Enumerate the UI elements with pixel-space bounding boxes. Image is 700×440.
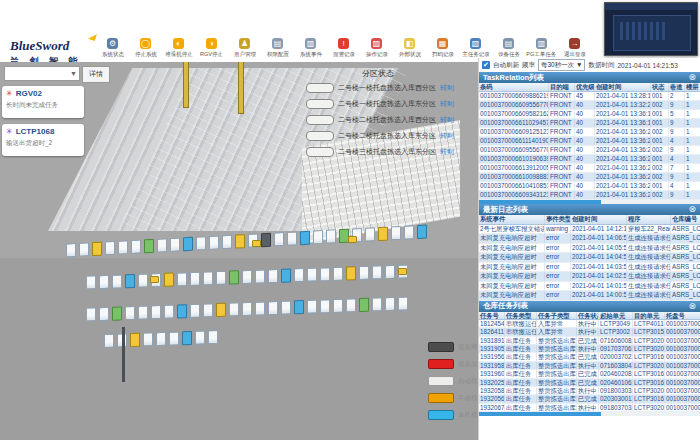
toolbar-button[interactable]: ◐堆垛机停止 <box>162 38 195 59</box>
toolbar-button[interactable]: ⚙系统状态 <box>96 38 129 59</box>
zone-checkbox[interactable] <box>306 115 334 125</box>
table-cell: 9 <box>669 146 685 154</box>
column-header[interactable]: 创建时间 <box>595 83 651 91</box>
table-row[interactable]: 00100370006609582162FRONT402021-04-01 13… <box>479 110 700 119</box>
table-row[interactable]: 00100370006609556770FRONT402021-04-01 13… <box>479 146 700 155</box>
toolbar-button[interactable]: ◧外部状况 <box>393 38 426 59</box>
table-row[interactable]: 1931958出库任务整货拣选出库执行中0716038042LCTP302000… <box>479 362 700 370</box>
table-row[interactable]: 未回复充电响应超时error2021-04-01 14:02:56生成连接请求任… <box>479 272 700 282</box>
close-icon[interactable]: ⊗ <box>688 205 696 214</box>
table-cell: 生成连接请求任务模块 <box>627 234 671 243</box>
table-cell: 7 <box>669 164 685 172</box>
detail-button[interactable]: 详情 <box>82 66 110 83</box>
table-row[interactable]: 2号七层穿梭车报文错误,无法解析长度warning2021-04-01 14:1… <box>479 225 700 235</box>
toolbar-button[interactable]: ▧主任务记录 <box>459 38 492 59</box>
column-header[interactable]: 事件类型 <box>545 215 571 224</box>
column-header[interactable]: 目的单元 <box>633 312 665 319</box>
column-header[interactable]: 任务子类型 <box>537 312 577 319</box>
column-header[interactable]: 创建时间 <box>571 215 627 224</box>
table-row[interactable]: 1931891出库任务整货拣选出库已完成0716060082LCTP302000… <box>479 337 700 345</box>
table-cell: 2021-04-01 13:36:23 <box>595 191 651 199</box>
table-row[interactable]: 1826411串联搬运任务入库异常执行中LCTP3002LCTP30150010… <box>479 328 700 336</box>
column-header[interactable]: 任务类型 <box>505 312 537 319</box>
zone-label: 二号楼二楼托盘拣选入库西分区 <box>338 115 436 125</box>
column-header[interactable]: 系统事件 <box>479 215 545 224</box>
table-row[interactable]: 00100370006610098881FRONT402021-04-01 13… <box>479 173 700 182</box>
table-row[interactable]: 1932056出库任务整货拣选出库已完成0203030011LCTP301600… <box>479 395 700 403</box>
table-row[interactable]: 未回复充电响应超时error2021-04-01 14:06:57生成连接请求任… <box>479 234 700 244</box>
table-row[interactable]: 1932058出库任务整货拣选出库执行中0918003032LCTP302000… <box>479 387 700 395</box>
toolbar-button[interactable]: !报警记录 <box>327 38 360 59</box>
table-row[interactable]: 00100370006611029457FRONT402021-04-01 13… <box>479 119 700 128</box>
toolbar-button[interactable]: ▤设备任务 <box>492 38 525 59</box>
column-header[interactable]: 条码 <box>479 83 549 91</box>
toolbar-button[interactable]: ◑RGV停止 <box>195 38 228 59</box>
alert-card[interactable]: ✳LCTP1068输送出货超时_2 <box>2 124 84 156</box>
table-row[interactable]: 1932067出库任务整货拣选出库执行中0918037032LCTP302000… <box>479 404 700 412</box>
table-row[interactable]: 00100370006609556770FRONT402021-04-01 13… <box>479 101 700 110</box>
zone-checkbox[interactable] <box>306 147 334 157</box>
table-row[interactable]: 1931905出库任务整货拣选出库执行中0917037061LCTP302000… <box>479 345 700 353</box>
toolbar-button[interactable]: ▦扫码记录 <box>426 38 459 59</box>
toolbar-button[interactable]: ▥PG工单任务 <box>525 38 558 59</box>
warehouse-3d-viewport[interactable]: ▼ 详情 ✳RGV02长时间未完成任务✳LCTP1068输送出货超时_2 分区状… <box>0 62 478 440</box>
scrollbar-thumb[interactable] <box>479 412 601 416</box>
close-icon[interactable]: ⊗ <box>688 73 696 82</box>
zone-checkbox[interactable] <box>306 99 334 109</box>
toolbar-button[interactable]: →退出登录 <box>558 38 591 59</box>
table-cell: FRONT <box>549 92 575 100</box>
zone-goto-link[interactable]: 转到 <box>440 131 454 141</box>
table-cell: 00100370006608 <box>665 328 700 335</box>
table-row[interactable]: 00100370006613912005FRONT402021-04-01 13… <box>479 164 700 173</box>
column-header[interactable]: 巷道 <box>669 83 685 91</box>
toolbar-button[interactable]: ▨操作记录 <box>360 38 393 59</box>
table-row[interactable]: 1931956出库任务整货拣选出库已完成0200037022LCTP301600… <box>479 353 700 361</box>
toolbar-button[interactable]: ◯停止系统 <box>129 38 162 59</box>
zone-goto-link[interactable]: 转到 <box>440 99 454 109</box>
table-row[interactable]: 未回复充电响应超时error2021-04-01 14:03:56生成连接请求任… <box>479 263 700 273</box>
table-row[interactable]: 未回复充电响应超时error2021-04-01 14:00:56生成连接请求任… <box>479 291 700 301</box>
zone-checkbox[interactable] <box>306 83 334 93</box>
table-cell: 2021-04-01 14:05:56 <box>571 244 627 253</box>
column-header[interactable]: 托盘号 <box>665 312 700 319</box>
table-row[interactable]: 00100370006611140190FRONT402021-04-01 13… <box>479 137 700 146</box>
zone-goto-link[interactable]: 转到 <box>440 83 454 93</box>
agv-vehicle <box>348 236 357 243</box>
close-icon[interactable]: ⊗ <box>688 302 696 311</box>
column-header[interactable]: 仓库编号 <box>671 215 700 224</box>
column-header[interactable]: 起始单元 <box>599 312 633 319</box>
table-cell: 4 <box>669 155 685 163</box>
column-header[interactable]: 优先级 <box>575 83 595 91</box>
toolbar-button[interactable]: ▤权限配置 <box>261 38 294 59</box>
column-header[interactable]: 目的端 <box>549 83 575 91</box>
table-row[interactable]: 00100370006610190639FRONT402021-04-01 13… <box>479 155 700 164</box>
scrollbar-thumb[interactable] <box>479 200 601 204</box>
minimap-preview[interactable] <box>604 2 698 56</box>
table-row[interactable]: 未回复充电响应超时error2021-04-01 14:04:56生成连接请求任… <box>479 253 700 263</box>
table-row[interactable]: 未回复充电响应超时error2021-04-01 14:05:56生成连接请求任… <box>479 244 700 254</box>
toolbar-button[interactable]: ▥系统事件 <box>294 38 327 59</box>
table-row[interactable]: 00100370006609886219FRONT452021-04-01 13… <box>479 92 700 101</box>
zone-checkbox[interactable] <box>306 131 334 141</box>
table-row[interactable]: 未回复充电响应超时error2021-04-01 14:01:56生成连接请求任… <box>479 282 700 292</box>
column-header[interactable]: 任务号 <box>479 312 505 319</box>
table-row[interactable]: 00100370006610410851FRONT402021-04-01 13… <box>479 182 700 191</box>
table-cell: 00100370006613912005 <box>479 164 549 172</box>
toolbar-button[interactable]: ♟用户管理 <box>228 38 261 59</box>
zone-goto-link[interactable]: 转到 <box>440 147 454 157</box>
pallet-block <box>209 235 219 250</box>
auto-refresh-checkbox[interactable]: ✔ <box>482 61 490 69</box>
table-row[interactable]: 00100370006609125123FRONT402021-04-01 13… <box>479 128 700 137</box>
alert-card[interactable]: ✳RGV02长时间未完成任务 <box>2 86 84 118</box>
column-header[interactable]: 任务状态 <box>577 312 599 319</box>
table-row[interactable]: 00100370006609343121FRONT402021-04-01 13… <box>479 191 700 200</box>
table-row[interactable]: 1931960出库任务整货拣选出库已完成0204602081LCTP301600… <box>479 370 700 378</box>
zone-goto-link[interactable]: 转到 <box>440 115 454 125</box>
column-header[interactable]: 状态 <box>651 83 669 91</box>
frequency-select[interactable]: 每30秒一次 ▼ <box>538 59 585 71</box>
column-header[interactable]: 程序 <box>627 215 671 224</box>
table-row[interactable]: 1932025出库任务整货拣选出库已完成0204601062LCTP301600… <box>479 379 700 387</box>
column-header[interactable]: 楼层 <box>685 83 700 91</box>
table-row[interactable]: 1812454串联搬运任务入库异常执行中LCTP3049LCTP40110010… <box>479 320 700 328</box>
device-search-select[interactable]: ▼ <box>4 66 80 81</box>
